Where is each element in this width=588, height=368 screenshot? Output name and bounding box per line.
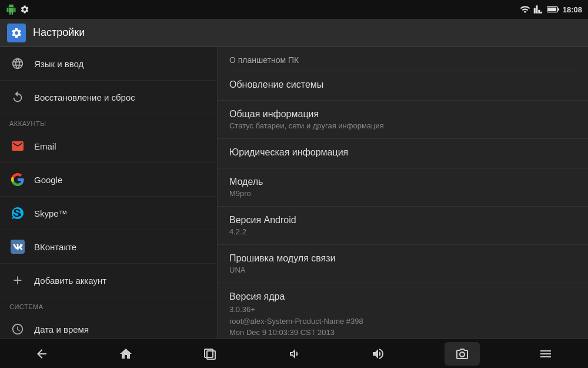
sidebar-item-label: Email bbox=[34, 141, 56, 151]
settings-icon-small bbox=[20, 5, 29, 14]
google-icon bbox=[9, 171, 26, 188]
panel-item-subtitle: Статус батареи, сети и другая информация bbox=[229, 121, 576, 130]
panel-item-value: M9pro bbox=[229, 189, 576, 198]
sidebar-item-skype[interactable]: Skype™ bbox=[0, 197, 217, 230]
skype-icon bbox=[9, 205, 26, 221]
vol-down-button[interactable] bbox=[276, 342, 312, 366]
sidebar-item-label: Язык и ввод bbox=[34, 59, 83, 69]
panel-item-title: Модель bbox=[229, 177, 576, 187]
vol-up-button[interactable] bbox=[360, 342, 396, 366]
screenshot-button[interactable] bbox=[445, 342, 480, 366]
home-button[interactable] bbox=[108, 342, 143, 366]
menu-button[interactable] bbox=[528, 342, 563, 366]
sidebar-item-datetime[interactable]: Дата и время bbox=[0, 313, 217, 339]
sidebar-item-google[interactable]: Google bbox=[0, 163, 217, 197]
sidebar-item-vk[interactable]: ВКонтакте bbox=[0, 230, 217, 264]
sidebar: Язык и ввод Восстановление и сброс АККАУ… bbox=[0, 47, 218, 339]
sidebar-item-label: ВКонтакте bbox=[34, 242, 76, 252]
panel-item-system-update[interactable]: Обновление системы bbox=[218, 71, 588, 101]
right-panel-title: О планшетном ПК bbox=[218, 47, 588, 71]
sidebar-item-label: Добавить аккаунт bbox=[34, 276, 106, 286]
restore-icon bbox=[9, 89, 26, 105]
panel-item-value: 4.2.2 bbox=[229, 227, 576, 236]
sidebar-item-add-account[interactable]: Добавить аккаунт bbox=[0, 264, 217, 297]
panel-item-modem-firmware: Прошивка модуля связи UNA bbox=[218, 245, 588, 283]
panel-item-general-info[interactable]: Общая информация Статус батареи, сети и … bbox=[218, 101, 588, 139]
sidebar-item-label: Skype™ bbox=[34, 208, 68, 218]
panel-item-kernel-value: 3.0.36+ root@alex-System-Product-Name #3… bbox=[229, 304, 576, 339]
vk-icon bbox=[9, 238, 26, 255]
android-icon bbox=[6, 4, 16, 15]
sidebar-item-email[interactable]: Email bbox=[0, 130, 217, 163]
panel-item-title: Версия Android bbox=[229, 215, 576, 226]
title-bar: Настройки bbox=[0, 19, 588, 47]
panel-item-model: Модель M9pro bbox=[218, 168, 588, 207]
back-button[interactable] bbox=[24, 342, 59, 366]
sidebar-item-restore[interactable]: Восстановление и сброс bbox=[0, 81, 217, 114]
status-bar-left bbox=[6, 4, 29, 15]
status-bar: 18:08 bbox=[0, 0, 588, 19]
panel-item-value: UNA bbox=[229, 266, 576, 274]
sidebar-item-label: Google bbox=[34, 175, 62, 185]
panel-item-title: Обновление системы bbox=[229, 79, 576, 90]
panel-item-title: Юридическая информация bbox=[229, 147, 576, 158]
settings-icon bbox=[7, 24, 26, 42]
panel-item-kernel-version: Версия ядра 3.0.36+ root@alex-System-Pro… bbox=[218, 283, 588, 339]
status-time: 18:08 bbox=[563, 5, 582, 14]
svg-rect-1 bbox=[557, 8, 559, 11]
main-content: Язык и ввод Восстановление и сброс АККАУ… bbox=[0, 47, 588, 339]
wifi-icon bbox=[520, 4, 530, 15]
panel-item-title: Прошивка модуля связи bbox=[229, 253, 576, 264]
add-icon bbox=[9, 272, 26, 289]
page-title: Настройки bbox=[33, 26, 85, 39]
status-bar-right-icons: 18:08 bbox=[520, 4, 582, 15]
email-icon bbox=[9, 138, 26, 154]
right-panel: О планшетном ПК Обновление системы Общая… bbox=[218, 47, 588, 339]
sidebar-item-label: Восстановление и сброс bbox=[34, 92, 135, 102]
section-accounts: АККАУНТЫ bbox=[0, 114, 217, 130]
panel-item-android-version: Версия Android 4.2.2 bbox=[218, 207, 588, 245]
nav-bar bbox=[0, 339, 588, 368]
svg-rect-2 bbox=[547, 8, 556, 11]
panel-item-legal[interactable]: Юридическая информация bbox=[218, 139, 588, 168]
battery-icon bbox=[547, 5, 560, 14]
recents-button[interactable] bbox=[192, 342, 228, 366]
lang-icon bbox=[9, 55, 26, 72]
section-system: СИСТЕМА bbox=[0, 297, 217, 313]
signal-icon bbox=[533, 4, 544, 15]
panel-item-title: Общая информация bbox=[229, 109, 576, 120]
sidebar-item-label: Дата и время bbox=[34, 324, 89, 334]
panel-item-title: Версия ядра bbox=[229, 291, 576, 302]
sidebar-item-language[interactable]: Язык и ввод bbox=[0, 47, 217, 81]
clock-icon bbox=[9, 321, 26, 337]
